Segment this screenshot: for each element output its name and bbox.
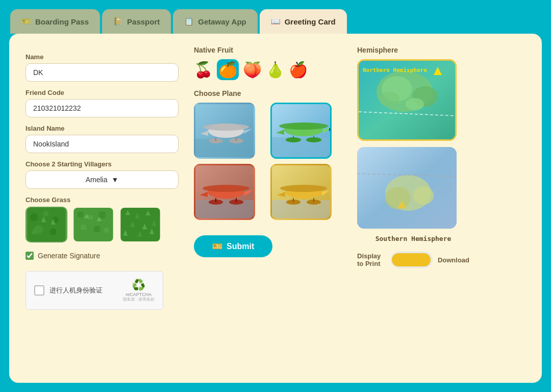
middle-column: Native Fruit 🍒 🍊 🍑 🍐 🍎 Choose Plane — [194, 46, 342, 257]
plane-tile-1[interactable] — [194, 103, 255, 159]
left-column: Name Friend Code Island Name Choose 2 St… — [26, 46, 179, 310]
generate-signature-label: Generate Signature — [38, 252, 100, 260]
friend-code-input[interactable] — [26, 99, 179, 117]
hemisphere-label: Hemisphere — [357, 46, 469, 54]
island-name-input[interactable] — [26, 135, 179, 153]
svg-rect-15 — [104, 228, 109, 233]
svg-rect-12 — [98, 212, 105, 218]
villager-value: Amelia — [86, 176, 108, 184]
toggle-download-label: Download — [438, 256, 469, 264]
fruit-orange[interactable]: 🍊 — [217, 59, 239, 80]
svg-point-4 — [34, 225, 43, 234]
svg-rect-29 — [195, 139, 255, 159]
captcha-box[interactable]: 进行人机身份验证 ♻️ reCAPTCHA 隐私权 · 使用条款 — [26, 271, 163, 310]
recaptcha-logo: ♻️ reCAPTCHA 隐私权 · 使用条款 — [123, 279, 155, 302]
name-input[interactable] — [26, 63, 179, 82]
svg-rect-51 — [195, 200, 255, 220]
tabs-bar: 🎫 Boarding Pass 📔 Passport 📋 Getaway App… — [0, 0, 551, 34]
recaptcha-icon: ♻️ — [132, 279, 145, 291]
generate-signature-checkbox[interactable] — [26, 252, 34, 260]
svg-rect-14 — [94, 226, 100, 232]
grass-options — [26, 207, 179, 242]
grass-label: Choose Grass — [26, 196, 179, 204]
fruit-peach[interactable]: 🍑 — [243, 61, 262, 79]
getaway-app-icon: 📋 — [184, 17, 194, 26]
southern-hemisphere-label: Southern Hemisphere — [357, 235, 469, 242]
island-name-label: Island Name — [26, 125, 179, 132]
villager-dropdown[interactable]: Amelia ▼ — [26, 170, 179, 189]
fruit-apple[interactable]: 🍎 — [289, 61, 308, 79]
plane-tile-4[interactable] — [270, 164, 332, 220]
plane-grid — [194, 103, 342, 220]
svg-point-75 — [406, 98, 424, 110]
recaptcha-label: reCAPTCHA — [123, 292, 155, 297]
chevron-down-icon: ▼ — [111, 176, 118, 184]
svg-point-43 — [279, 122, 328, 130]
greeting-card-icon: 📖 — [271, 17, 281, 26]
villagers-label: Choose 2 Starting Villagers — [26, 160, 179, 168]
fruit-row: 🍒 🍊 🍑 🍐 🍎 — [194, 59, 342, 80]
submit-label: Submit — [227, 242, 254, 251]
friend-code-label: Friend Code — [26, 89, 179, 96]
right-column: Hemisphere — [357, 46, 469, 268]
boarding-pass-label: Boarding Pass — [35, 17, 89, 26]
fruit-cherry[interactable]: 🍒 — [194, 61, 213, 79]
main-content: Name Friend Code Island Name Choose 2 St… — [9, 34, 542, 383]
submit-icon: 🎫 — [212, 241, 222, 251]
svg-point-81 — [385, 187, 411, 209]
boarding-pass-icon: 🎫 — [21, 17, 31, 26]
svg-point-82 — [413, 186, 434, 205]
captcha-check: 进行人机身份验证 — [34, 285, 103, 296]
tab-boarding-pass[interactable]: 🎫 Boarding Pass — [10, 9, 100, 34]
svg-rect-61 — [272, 200, 332, 220]
svg-rect-39 — [272, 137, 332, 159]
svg-point-33 — [203, 124, 249, 131]
greeting-card-label: Greeting Card — [285, 17, 336, 26]
grass-tile-3[interactable] — [119, 207, 161, 242]
toggle-row: Display to Print Download — [357, 252, 469, 268]
northern-hemisphere-globe[interactable]: Northern Hemisphere — [357, 59, 457, 141]
name-label: Name — [26, 53, 179, 61]
captcha-text: 进行人机身份验证 — [49, 286, 103, 295]
toggle-display-label: Display to Print — [357, 252, 386, 267]
svg-point-1 — [30, 213, 38, 221]
plane-tile-3[interactable] — [194, 164, 255, 220]
toggle-thumb — [392, 253, 431, 266]
toggle-track[interactable] — [391, 252, 433, 268]
svg-text:Northern Hemisphere: Northern Hemisphere — [363, 67, 427, 74]
passport-label: Passport — [127, 17, 160, 26]
passport-icon: 📔 — [113, 17, 123, 26]
svg-point-65 — [280, 185, 327, 192]
native-fruit-label: Native Fruit — [194, 46, 342, 54]
southern-hemisphere-globe[interactable] — [357, 147, 457, 229]
svg-point-5 — [50, 229, 57, 235]
tab-passport[interactable]: 📔 Passport — [102, 9, 171, 34]
choose-plane-label: Choose Plane — [194, 89, 342, 97]
svg-rect-10 — [78, 212, 83, 217]
svg-point-2 — [43, 211, 48, 216]
svg-rect-13 — [81, 225, 86, 230]
recaptcha-terms: 隐私权 · 使用条款 — [123, 297, 155, 302]
svg-point-74 — [379, 91, 399, 107]
plane-tile-2[interactable] — [270, 103, 332, 159]
svg-point-55 — [203, 185, 249, 192]
grass-tile-2[interactable] — [72, 207, 114, 242]
grass-tile-1[interactable] — [26, 207, 67, 242]
submit-button[interactable]: 🎫 Submit — [194, 235, 272, 257]
svg-rect-11 — [88, 215, 93, 219]
captcha-checkbox[interactable] — [34, 285, 44, 296]
tab-greeting-card[interactable]: 📖 Greeting Card — [260, 9, 347, 34]
fruit-pear[interactable]: 🍐 — [266, 61, 285, 79]
getaway-app-label: Getaway App — [198, 17, 246, 26]
tab-getaway-app[interactable]: 📋 Getaway App — [173, 9, 257, 34]
generate-signature-row: Generate Signature — [26, 252, 179, 260]
